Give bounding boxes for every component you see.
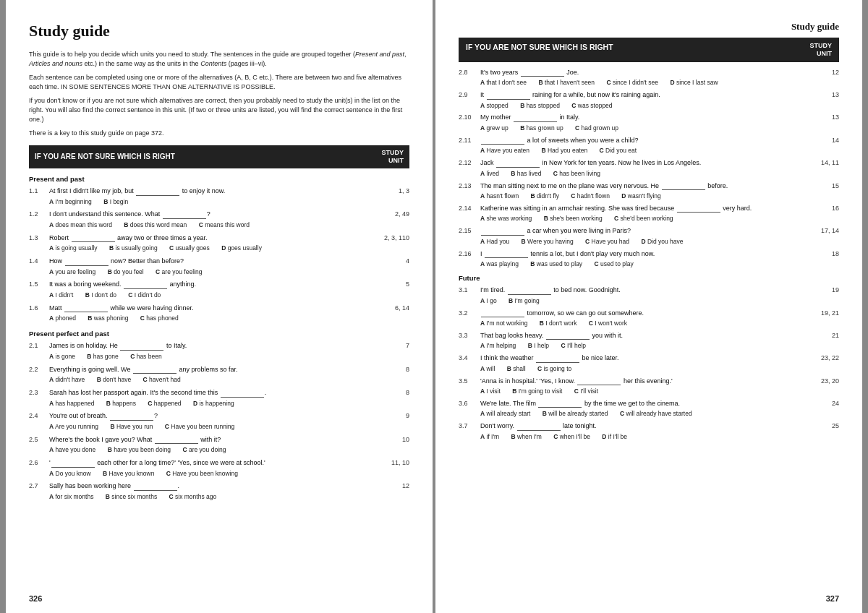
right-page-title: Study guide xyxy=(459,20,839,33)
ex-sentence: a lot of sweets when you were a child? xyxy=(480,136,810,145)
ex-content: a car when you were living in Paris? A H… xyxy=(480,226,810,246)
unit-num: 12 xyxy=(382,481,409,491)
ex-num: 2.1 xyxy=(29,341,49,351)
ex-content: Katherine was sitting in an armchair res… xyxy=(480,204,810,223)
ex-num: 2.8 xyxy=(459,68,480,77)
ex-options: A phoned B was phoning C has phoned xyxy=(49,314,382,323)
ex-sentence: Robert away two or three times a year. xyxy=(49,233,382,243)
ex-options: A Do you know B Have you known C Have yo… xyxy=(49,469,382,479)
unit-num: 19 xyxy=(810,286,839,295)
exercise-row: 1.3 Robert away two or three times a yea… xyxy=(29,233,409,253)
ex-sentence: It raining for a while, but now it's rai… xyxy=(480,90,810,100)
ex-num: 1.2 xyxy=(29,210,49,219)
ex-options: A Are you running B Have you run C Have … xyxy=(49,422,382,432)
ex-num: 3.6 xyxy=(459,399,480,408)
ex-content: Everything is going well. We any problem… xyxy=(49,365,382,385)
ex-options: A I didn't B I don't do C I didn't do xyxy=(49,291,382,300)
exercise-row: 2.16 I tennis a lot, but I don't play ve… xyxy=(459,249,839,269)
ex-sentence: My mother in Italy. xyxy=(480,113,810,122)
ex-content: At first I didn't like my job, but to en… xyxy=(49,187,382,206)
unit-num: 6, 14 xyxy=(382,304,409,313)
unit-num: 8 xyxy=(382,388,409,398)
right-header-text: IF YOU ARE NOT SURE WHICH IS RIGHT xyxy=(466,42,613,53)
ex-options: A lived B has lived C has been living xyxy=(480,169,810,179)
ex-num: 2.2 xyxy=(29,365,49,374)
exercise-row: 3.1 I'm tired. to bed now. Goodnight. A … xyxy=(459,286,839,305)
exercise-row: 1.5 It was a boring weekend. anything. A… xyxy=(29,280,409,299)
ex-options: A does mean this word B does this word m… xyxy=(49,220,382,230)
exercise-row: 2.8 It's two years Joe. A that I don't s… xyxy=(459,68,839,87)
ex-sentence: I'm tired. to bed now. Goodnight. xyxy=(480,286,810,295)
unit-num: 17, 14 xyxy=(810,226,839,236)
ex-content: Where's the book I gave you? What with i… xyxy=(49,435,382,455)
ex-num: 2.12 xyxy=(459,158,480,168)
ex-content: It was a boring weekend. anything. A I d… xyxy=(49,280,382,299)
exercise-row: 3.5 'Anna is in hospital.' 'Yes, I know.… xyxy=(459,377,839,396)
ex-num: 2.13 xyxy=(459,181,480,191)
ex-options: A I'm beginning B I begin xyxy=(49,197,382,207)
ex-sentence: Sally has been working here . xyxy=(49,481,382,491)
unit-num: 24 xyxy=(810,399,839,408)
ex-sentence: It's two years Joe. xyxy=(480,68,810,77)
ex-content: Sally has been working here . A for six … xyxy=(49,481,382,501)
ex-content: Robert away two or three times a year. A… xyxy=(49,233,382,253)
ex-num: 2.5 xyxy=(29,435,49,445)
exercise-row: 1.2 I don't understand this sentence. Wh… xyxy=(29,210,409,229)
intro-paragraph-2: Each sentence can be completed using one… xyxy=(29,73,409,92)
right-study-unit-label: STUDY UNIT xyxy=(809,42,832,58)
ex-sentence: 'Anna is in hospital.' 'Yes, I know. her… xyxy=(480,377,810,386)
exercise-row: 2.5 Where's the book I gave you? What wi… xyxy=(29,435,409,455)
ex-num: 1.6 xyxy=(29,304,49,313)
ex-num: 2.15 xyxy=(459,226,480,236)
ex-options: A she was working B she's been working C… xyxy=(480,214,810,223)
unit-num: 23, 22 xyxy=(810,353,839,363)
ex-sentence: Don't worry. late tonight. xyxy=(480,421,810,431)
ex-options: A didn't have B don't have C haven't had xyxy=(49,375,382,385)
ex-sentence: Where's the book I gave you? What with i… xyxy=(49,435,382,445)
unit-num: 9 xyxy=(382,411,409,421)
unit-num: 13 xyxy=(810,113,839,122)
ex-content: 'Anna is in hospital.' 'Yes, I know. her… xyxy=(480,377,810,396)
present-perfect-heading: Present perfect and past xyxy=(29,329,409,338)
ex-num: 3.7 xyxy=(459,421,480,431)
exercise-row: 1.6 Matt while we were having dinner. A … xyxy=(29,304,409,323)
exercise-row: 1.1 At first I didn't like my job, but t… xyxy=(29,187,409,206)
unit-num: 18 xyxy=(810,249,839,259)
exercise-row: 3.3 That bag looks heavy. you with it. A… xyxy=(459,331,839,351)
ex-num: 1.5 xyxy=(29,280,49,289)
ex-sentence: Sarah has lost her passport again. It's … xyxy=(49,388,382,398)
intro-paragraph-1: This guide is to help you decide which u… xyxy=(29,50,409,69)
ex-options: A will already start B will be already s… xyxy=(480,409,810,419)
ex-sentence: That bag looks heavy. you with it. xyxy=(480,331,810,340)
unit-num: 14, 11 xyxy=(810,158,839,168)
ex-content: That bag looks heavy. you with it. A I'm… xyxy=(480,331,810,351)
ex-content: tomorrow, so we can go out somewhere. A … xyxy=(480,309,810,328)
ex-content: I tennis a lot, but I don't play very mu… xyxy=(480,249,810,269)
unit-num: 2, 49 xyxy=(382,210,409,219)
ex-sentence: Jack in New York for ten years. Now he l… xyxy=(480,158,810,168)
ex-content: It raining for a while, but now it's rai… xyxy=(480,90,810,110)
ex-num: 2.7 xyxy=(29,481,49,491)
ex-num: 2.11 xyxy=(459,136,480,145)
ex-num: 2.4 xyxy=(29,411,49,421)
ex-options: A stopped B has stopped C was stopped xyxy=(480,101,810,111)
ex-content: My mother in Italy. A grew up B has grow… xyxy=(480,113,810,132)
unit-num: 15 xyxy=(810,181,839,191)
ex-num: 3.5 xyxy=(459,377,480,386)
ex-sentence: ' each other for a long time?' 'Yes, sin… xyxy=(49,458,382,468)
ex-sentence: Matt while we were having dinner. xyxy=(49,304,382,313)
ex-content: a lot of sweets when you were a child? A… xyxy=(480,136,810,155)
ex-options: A if I'm B when I'm C when I'll be D if … xyxy=(480,432,810,442)
left-page: Study guide This guide is to help you de… xyxy=(6,0,433,613)
unit-num: 2, 3, 110 xyxy=(382,233,409,243)
future-heading: Future xyxy=(459,273,839,283)
ex-options: A that I don't see B that I haven't seen… xyxy=(480,78,810,87)
exercise-row: 3.6 We're late. The film by the time we … xyxy=(459,399,839,419)
unit-num: 23, 20 xyxy=(810,377,839,386)
intro-paragraph-3: If you don't know or if you are not sure… xyxy=(29,96,409,124)
intro-paragraph-4: There is a key to this study guide on pa… xyxy=(29,129,409,138)
ex-num: 2.3 xyxy=(29,388,49,398)
ex-options: A you are feeling B do you feel C are yo… xyxy=(49,267,382,277)
right-page: Study guide IF YOU ARE NOT SURE WHICH IS… xyxy=(435,0,862,613)
ex-options: A Have you eaten B Had you eaten C Did y… xyxy=(480,146,810,155)
